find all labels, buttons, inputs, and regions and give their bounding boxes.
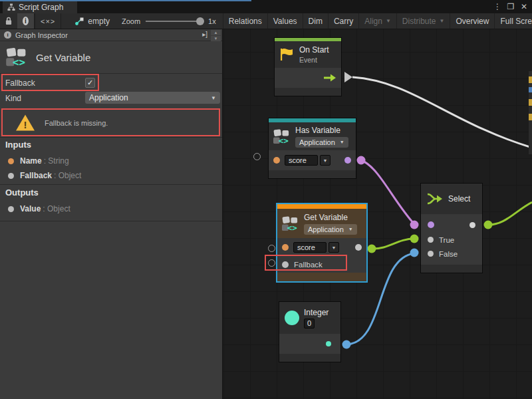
port-hint-circle (253, 153, 261, 160)
false-port-label: False (439, 250, 458, 258)
variable-dropdown-button[interactable]: ▼ (320, 155, 331, 166)
tab-script-graph[interactable]: Script Graph (3, 1, 77, 13)
code-preview-button[interactable]: <×> (35, 13, 61, 29)
variable-name-value: score (297, 243, 315, 251)
zoom-value: 1x (208, 17, 216, 25)
wire-endpoint (410, 249, 419, 257)
output-name: Value (20, 204, 41, 213)
graph-node-icon (74, 17, 84, 26)
variable-name-field[interactable]: score (285, 155, 318, 166)
node-has-variable[interactable]: <> Has Variable Application ▼ score ▼ (269, 118, 356, 178)
zoom-slider[interactable] (146, 21, 203, 22)
full-screen-label: Full Screen (500, 17, 532, 26)
lock-button[interactable] (0, 13, 17, 29)
values-label: Values (273, 17, 297, 26)
node-title: Integer (304, 308, 329, 317)
selection-out-wire[interactable] (488, 202, 532, 225)
wire-endpoint (368, 245, 376, 253)
true-input-port[interactable] (428, 237, 434, 243)
variable-name-field[interactable]: score (293, 242, 327, 253)
fallback-checkbox[interactable]: ✓ (85, 78, 95, 88)
flow-wire[interactable] (352, 77, 532, 148)
fallback-field-label: Fallback (5, 78, 35, 88)
node-footer (275, 88, 341, 96)
tab-label: Script Graph (19, 3, 63, 12)
chevron-down-icon: ▼ (440, 18, 445, 24)
inspector-toggle-button[interactable]: i (17, 13, 35, 29)
zoom-slider-handle[interactable] (196, 17, 204, 25)
select-icon (426, 192, 444, 206)
name-input-port[interactable] (273, 157, 280, 164)
svg-text:<>: <> (279, 136, 289, 145)
input-type: : String (44, 156, 69, 166)
graph-inspector-panel: i Graph Inspector ▸] ▲ ▼ <> Get Variable… (0, 29, 223, 399)
align-label: Align (364, 17, 382, 26)
node-get-variable[interactable]: <> Get Variable Application ▼ score ▼ (277, 204, 366, 281)
relations-button[interactable]: Relations (223, 13, 268, 29)
node-integer[interactable]: Integer 0 (279, 302, 340, 362)
node-title: Select (448, 194, 470, 203)
condition-wire[interactable] (361, 160, 414, 224)
inspector-scroll-arrows[interactable]: ▲ ▼ (211, 30, 221, 41)
input-row-name: Name : String (8, 156, 69, 166)
graph-breadcrumb[interactable]: empty (61, 13, 119, 29)
dock-panel-icon[interactable]: ▸] (202, 31, 207, 38)
inspector-title: Graph Inspector (15, 31, 68, 39)
chevron-down-icon: ▼ (211, 95, 216, 101)
dim-button[interactable]: Dim (303, 13, 329, 29)
output-row-value: Value : Object (8, 204, 70, 213)
graph-toolbar: i <×> empty Zoom 1x Relations Values Dim… (0, 13, 532, 29)
port-dot (8, 206, 14, 212)
warning-text: Fallback is missing. (45, 119, 108, 127)
window-close-icon[interactable]: ✕ (519, 2, 529, 11)
node-accent-bar (277, 204, 366, 209)
kind-dropdown-value: Application (89, 93, 128, 102)
svg-text:!: ! (24, 119, 27, 130)
port-dot (8, 158, 14, 164)
scroll-up-icon[interactable]: ▲ (211, 30, 221, 35)
integer-value-field[interactable]: 0 (304, 319, 315, 329)
window-menu-icon[interactable]: ⋮ (492, 2, 503, 11)
node-footer (279, 354, 340, 362)
fallback-input-port[interactable] (282, 261, 289, 268)
breadcrumb-label: empty (88, 17, 110, 26)
chevron-down-icon: ▼ (386, 18, 391, 24)
selected-node-summary: <> Get Variable (0, 41, 222, 73)
kind-dropdown[interactable]: Application ▼ (85, 92, 220, 104)
scroll-down-icon[interactable]: ▼ (211, 36, 221, 41)
value-output-port[interactable] (355, 244, 362, 251)
inspector-header: i Graph Inspector ▸] ▲ ▼ (0, 29, 222, 41)
graph-canvas[interactable]: On Start Event <> (223, 29, 532, 399)
kind-dropdown[interactable]: Application ▼ (304, 224, 357, 235)
warning-message-box: ! Fallback is missing. (0, 109, 223, 136)
node-title: Get Variable (304, 213, 357, 222)
window-maximize-icon[interactable]: ❐ (505, 2, 516, 11)
variable-name-value: score (289, 156, 307, 164)
true-wire[interactable] (372, 239, 414, 249)
node-footer (277, 273, 366, 281)
offscreen-port (529, 87, 532, 92)
kind-value: Application (308, 225, 344, 233)
node-subtitle: Event (299, 56, 329, 64)
carry-button[interactable]: Carry (329, 13, 359, 29)
integer-output-port[interactable] (326, 341, 331, 346)
kind-dropdown[interactable]: Application ▼ (295, 137, 348, 148)
input-name: Name (20, 156, 42, 166)
name-input-port[interactable] (282, 244, 289, 251)
node-on-start[interactable]: On Start Event (275, 38, 341, 96)
selection-output-port[interactable] (469, 222, 475, 228)
false-input-port[interactable] (428, 251, 434, 257)
svg-text:<>: <> (13, 56, 25, 68)
variable-dropdown-button[interactable]: ▼ (329, 242, 339, 253)
script-graph-window: Script Graph ⋮ ❐ ✕ i <×> e (0, 0, 532, 399)
condition-input-port[interactable] (428, 221, 434, 228)
result-output-port[interactable] (344, 157, 351, 164)
node-select[interactable]: Select True False (421, 184, 482, 273)
values-button[interactable]: Values (268, 13, 303, 29)
input-row-fallback: Fallback : Object (8, 171, 81, 180)
overview-button[interactable]: Overview (450, 13, 495, 29)
kind-field-row: Kind Application ▼ (5, 91, 218, 105)
check-icon: ✓ (87, 78, 93, 86)
flow-output-port-icon[interactable] (323, 74, 336, 82)
full-screen-button[interactable]: Full Screen (495, 13, 532, 29)
